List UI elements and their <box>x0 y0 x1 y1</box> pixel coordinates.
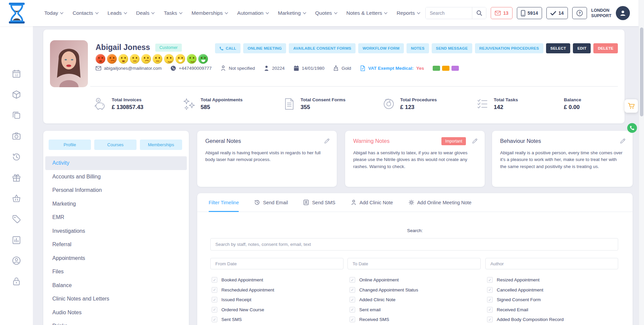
panel-list-item[interactable]: Appointments <box>45 252 187 265</box>
menu-item[interactable]: Reports <box>396 10 420 16</box>
support-icon[interactable] <box>12 256 21 265</box>
history-icon[interactable] <box>12 152 21 162</box>
menu-item[interactable]: Contacts <box>72 10 98 16</box>
checkbox-checked-icon[interactable] <box>350 277 355 283</box>
checkbox-checked-icon[interactable] <box>350 297 355 303</box>
mood-face-icon[interactable] <box>107 54 117 64</box>
online-meeting-button[interactable]: ONLINE MEETING <box>243 43 286 53</box>
mood-face-icon[interactable] <box>130 54 140 64</box>
mood-face-icon[interactable] <box>187 54 197 64</box>
mood-face-icon[interactable] <box>198 54 208 64</box>
menu-item[interactable]: Memberships <box>192 10 228 16</box>
available-consent-forms-button[interactable]: AVAILABLE CONSENT FORMS <box>289 43 356 53</box>
mood-face-icon[interactable] <box>118 54 128 64</box>
search-input[interactable] <box>426 7 472 19</box>
client-photo[interactable] <box>50 40 88 87</box>
tab-filter-timeline[interactable]: Filter Timeline <box>209 200 239 205</box>
checkbox-checked-icon[interactable] <box>350 287 355 293</box>
gift-icon[interactable] <box>12 173 21 182</box>
filter-option[interactable]: Sent email <box>350 307 418 313</box>
checkbox-checked-icon[interactable] <box>212 317 217 322</box>
filter-option[interactable]: Added Body Composition Record <box>487 317 564 322</box>
menu-item[interactable]: Automation <box>237 10 269 16</box>
panel-list-item[interactable]: Drinks <box>45 319 187 325</box>
copy-icon[interactable] <box>12 110 21 120</box>
filter-option[interactable]: Resized Appointment <box>487 277 564 283</box>
panel-list-item[interactable]: Activity <box>45 156 187 170</box>
tasks-button[interactable]: 14 <box>546 7 568 19</box>
mood-face-icon[interactable] <box>141 54 151 64</box>
camera-icon[interactable] <box>12 131 21 141</box>
filter-option[interactable]: Received Email <box>487 307 564 313</box>
checkbox-checked-icon[interactable] <box>212 277 217 283</box>
app-logo[interactable] <box>8 3 25 23</box>
scrollbar-thumb[interactable] <box>640 28 643 116</box>
to-date-input[interactable] <box>347 258 481 269</box>
panel-tab[interactable]: Profile <box>49 140 91 150</box>
mood-face-icon[interactable] <box>164 54 174 64</box>
filter-option[interactable]: Added Clinic Note <box>350 297 418 303</box>
cart-floating-button[interactable] <box>625 99 638 113</box>
filter-option[interactable]: Signed Consent Form <box>487 297 564 303</box>
edit-button[interactable]: EDIT <box>573 43 591 53</box>
checkbox-checked-icon[interactable] <box>487 297 493 303</box>
notes-button[interactable]: NOTES <box>407 43 429 53</box>
help-button[interactable]: ? <box>572 7 587 19</box>
call-button[interactable]: CALL <box>215 43 240 53</box>
panel-list-item[interactable]: Referral <box>45 238 187 252</box>
mood-face-icon[interactable] <box>96 54 105 64</box>
filter-option[interactable]: Online Appointment <box>350 277 418 283</box>
filter-option[interactable]: Changed Appointment Status <box>350 287 418 293</box>
filter-option[interactable]: Cancelled Appointment <box>487 287 564 293</box>
tab-add-clinic-note[interactable]: Add Clinic Note <box>351 200 393 205</box>
timeline-search-input[interactable] <box>210 238 618 251</box>
filter-option[interactable]: Rescheduled Appointment <box>212 287 274 293</box>
menu-item[interactable]: Notes & Letters <box>346 10 388 16</box>
mood-face-icon[interactable] <box>175 54 185 64</box>
basket-icon[interactable] <box>12 194 21 203</box>
panel-list-item[interactable]: Files <box>45 265 187 279</box>
checkbox-checked-icon[interactable] <box>212 297 217 303</box>
workflow-form-button[interactable]: WORKFLOW FORM <box>358 43 404 53</box>
author-input[interactable] <box>485 258 618 269</box>
filter-option[interactable]: Ordered New Course <box>212 307 274 313</box>
menu-item[interactable]: Deals <box>136 10 155 16</box>
tab-add-online-meeting-note[interactable]: Add Online Meeting Note <box>409 200 472 205</box>
pencil-icon[interactable] <box>472 138 478 144</box>
package-icon[interactable] <box>12 90 21 99</box>
panel-list-item[interactable]: Balance <box>45 279 187 292</box>
checkbox-checked-icon[interactable] <box>350 317 355 322</box>
send-message-button[interactable]: SEND MESSAGE <box>432 43 472 53</box>
filter-option[interactable]: Sent SMS <box>212 317 274 322</box>
checkbox-checked-icon[interactable] <box>487 317 493 322</box>
checkbox-checked-icon[interactable] <box>487 307 493 313</box>
panel-list-item[interactable]: Marketing <box>45 197 187 211</box>
tab-send-email[interactable]: Send Email <box>254 200 288 205</box>
menu-item[interactable]: Quotes <box>315 10 337 16</box>
from-date-input[interactable] <box>210 258 343 269</box>
panel-list-item[interactable]: Clinic Notes and Letters <box>45 292 187 306</box>
tab-send-sms[interactable]: Send SMS <box>303 200 335 205</box>
call-floating-button[interactable] <box>627 123 637 133</box>
checkbox-checked-icon[interactable] <box>212 287 217 293</box>
rejuvenation-procedures-button[interactable]: REJUVENATION PROCEDURES <box>475 43 543 53</box>
pencil-icon[interactable] <box>620 138 626 144</box>
select-button[interactable]: SELECT <box>546 43 571 53</box>
panel-list-item[interactable]: Investigations <box>45 224 187 238</box>
pencil-icon[interactable] <box>324 138 330 144</box>
tag-icon[interactable] <box>12 214 21 224</box>
filter-option[interactable]: Booked Appointment <box>212 277 274 283</box>
user-avatar[interactable] <box>616 6 630 20</box>
mail-notifications-button[interactable]: 13 <box>491 7 513 19</box>
search-button[interactable] <box>472 7 486 19</box>
panel-list-item[interactable]: EMR <box>45 211 187 224</box>
sms-credits-button[interactable]: 5914 <box>517 7 542 19</box>
menu-item[interactable]: Tasks <box>164 10 182 16</box>
checkbox-checked-icon[interactable] <box>212 307 217 313</box>
calendar-icon[interactable]: 12 <box>12 69 21 78</box>
menu-item[interactable]: Leads <box>108 10 127 16</box>
panel-tab[interactable]: Courses <box>94 140 137 150</box>
checkbox-checked-icon[interactable] <box>487 277 493 283</box>
panel-tab[interactable]: Memberships <box>140 140 182 150</box>
menu-item[interactable]: Marketing <box>278 10 306 16</box>
